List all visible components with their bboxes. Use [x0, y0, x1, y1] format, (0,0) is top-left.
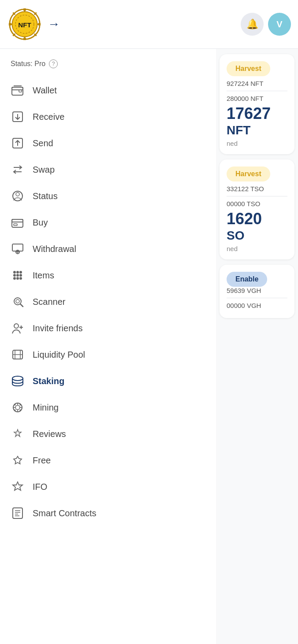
svg-rect-27 [12, 219, 23, 222]
sidebar-item-smart-contracts[interactable]: Smart Contracts [0, 500, 216, 526]
withdrawal-icon [11, 242, 25, 256]
smart-contracts-icon [11, 506, 25, 520]
card-value-1: 17627 [227, 104, 287, 123]
svg-point-61 [15, 410, 16, 411]
sidebar-item-swap[interactable]: Swap [0, 156, 216, 183]
svg-point-52 [12, 376, 23, 381]
staking-icon [11, 374, 25, 388]
sidebar-item-invite-friends[interactable]: Invite friends [0, 315, 216, 341]
sidebar-item-wallet-label: Wallet [33, 85, 57, 96]
sidebar-item-mining[interactable]: Mining [0, 394, 216, 421]
svg-point-34 [16, 271, 19, 274]
info-icon[interactable]: ? [49, 59, 58, 68]
arrow-right-button[interactable]: → [48, 17, 60, 31]
sidebar-item-free-label: Free [33, 455, 51, 466]
svg-point-54 [15, 405, 20, 410]
sidebar-item-reviews-label: Reviews [33, 429, 66, 439]
svg-point-40 [16, 277, 19, 280]
svg-point-44 [16, 300, 19, 303]
vgh-value-1: 59639 VGH [227, 287, 287, 294]
sidebar-item-liquidity-pool[interactable]: Liquidity Pool [0, 341, 216, 368]
sidebar-item-items[interactable]: Items [0, 262, 216, 289]
sidebar-item-buy[interactable]: Buy [0, 209, 216, 236]
staking-card-3: Enable 59639 VGH 00000 VGH [220, 265, 294, 318]
svg-point-37 [16, 274, 19, 277]
status-row: Status: Pro ? [0, 56, 216, 77]
harvest-button-1[interactable]: Harvest [227, 61, 270, 76]
svg-point-62 [20, 410, 21, 411]
buy-icon [11, 215, 25, 229]
notification-button[interactable]: 🔔 [241, 13, 264, 36]
svg-text:NFT: NFT [18, 21, 31, 29]
svg-point-38 [19, 274, 22, 277]
separator-3 [227, 298, 287, 298]
nft-value-2: 280000 NFT [227, 95, 287, 102]
sidebar-item-scanner-label: Scanner [33, 297, 66, 307]
status-icon [11, 189, 25, 203]
header-actions: 🔔 V [241, 13, 291, 36]
liquidity-icon [11, 348, 25, 362]
separator-1 [227, 91, 287, 91]
receive-icon [11, 110, 25, 124]
sidebar-item-scanner[interactable]: Scanner [0, 289, 216, 315]
mining-icon [11, 400, 25, 415]
svg-rect-19 [19, 90, 22, 92]
card-unit-1: NFT [227, 123, 287, 138]
send-icon [11, 136, 25, 150]
sidebar-item-send[interactable]: Send [0, 130, 216, 156]
avatar-button[interactable]: V [268, 13, 291, 36]
logo: NFT [7, 7, 42, 42]
enable-button[interactable]: Enable [227, 272, 267, 287]
svg-point-60 [20, 404, 21, 406]
app-header: NFT → 🔔 V [0, 0, 298, 48]
scanner-icon [11, 295, 25, 309]
main-layout: Status: Pro ? Wallet [0, 49, 298, 644]
card-sub-2: ned [227, 245, 287, 252]
arrow-right-icon: → [48, 17, 60, 31]
harvest-button-2[interactable]: Harvest [227, 167, 270, 181]
sidebar-item-receive[interactable]: Receive [0, 104, 216, 130]
sidebar-item-receive-label: Receive [33, 112, 64, 122]
sidebar-item-reviews[interactable]: Reviews [0, 421, 216, 447]
sidebar-item-smart-contracts-label: Smart Contracts [33, 508, 96, 518]
svg-rect-28 [14, 224, 17, 226]
sidebar-item-staking[interactable]: Staking [0, 368, 216, 394]
sidebar-item-swap-label: Swap [33, 165, 55, 175]
card-unit-2: SO [227, 228, 287, 243]
svg-point-41 [19, 277, 22, 280]
nft-value-1: 927224 NFT [227, 80, 287, 87]
svg-rect-17 [12, 87, 23, 90]
svg-line-43 [20, 304, 23, 307]
avatar-label: V [276, 19, 282, 30]
sidebar-item-withdrawal-label: Withdrawal [33, 244, 76, 254]
wallet-icon [11, 83, 25, 97]
sidebar-item-buy-label: Buy [33, 218, 48, 228]
svg-rect-11 [23, 37, 26, 40]
svg-point-35 [19, 271, 22, 274]
status-text: Status: Pro [11, 60, 45, 68]
svg-rect-63 [13, 508, 22, 518]
sidebar-item-ifo[interactable]: IFO [0, 474, 216, 500]
svg-point-25 [16, 192, 19, 196]
svg-rect-26 [12, 219, 23, 227]
svg-rect-12 [9, 23, 11, 26]
staking-card-1: Harvest 927224 NFT 280000 NFT 17627 NFT … [220, 54, 294, 154]
card-value-2: 1620 [227, 209, 287, 228]
svg-point-33 [13, 271, 16, 274]
tso-value-2: 00000 TSO [227, 200, 287, 207]
svg-point-39 [13, 277, 16, 280]
free-icon [11, 453, 25, 467]
svg-point-59 [15, 404, 16, 406]
sidebar-item-free[interactable]: Free [0, 447, 216, 474]
sidebar: Status: Pro ? Wallet [0, 49, 216, 644]
ifo-icon [11, 480, 25, 494]
sidebar-item-status[interactable]: Status [0, 183, 216, 209]
reviews-icon [11, 427, 25, 441]
sidebar-item-send-label: Send [33, 138, 53, 148]
sidebar-item-withdrawal[interactable]: Withdrawal [0, 236, 216, 262]
sidebar-item-invite-friends-label: Invite friends [33, 323, 82, 333]
sidebar-item-wallet[interactable]: Wallet [0, 77, 216, 104]
sidebar-item-staking-label: Staking [33, 376, 64, 386]
separator-2 [227, 196, 287, 196]
svg-rect-13 [38, 23, 41, 26]
